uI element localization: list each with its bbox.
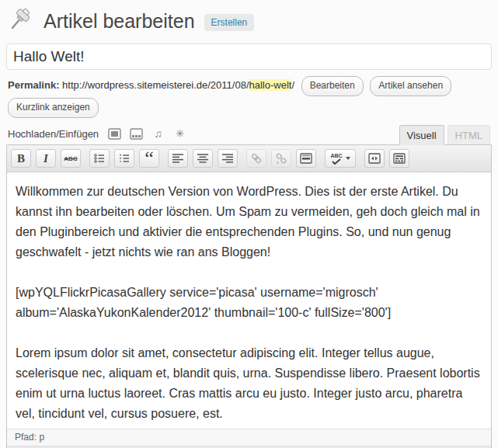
editor-content[interactable]: Willkommen zur deutschen Version von Wor… [7, 172, 491, 429]
element-path-bar: Pfad: p [7, 429, 491, 446]
media-tabs-row: Hochladen/Einfügen ♫ [6, 125, 492, 144]
bold-button[interactable]: B [11, 149, 31, 168]
post-title-input[interactable] [6, 43, 492, 70]
add-image-icon[interactable] [108, 127, 121, 140]
numbered-list-button[interactable] [114, 149, 134, 168]
permalink-label: Permalink: [8, 79, 59, 91]
permalink-block: Permalink: http://wordpress.sitemeistere… [8, 76, 492, 118]
more-tag-button[interactable] [296, 149, 316, 168]
list-group: “ [89, 149, 159, 168]
align-right-button[interactable] [218, 149, 238, 168]
path-value: p [39, 432, 44, 443]
page-header: Artikel bearbeiten Erstellen [8, 6, 492, 36]
edit-post-page: Artikel bearbeiten Erstellen Permalink: … [0, 0, 498, 448]
fullscreen-button[interactable] [364, 149, 385, 168]
tab-html[interactable]: HTML [448, 125, 490, 144]
add-new-button[interactable]: Erstellen [204, 14, 255, 31]
permalink-line: Permalink: http://wordpress.sitemeistere… [8, 76, 492, 96]
add-media-icon[interactable]: ✳ [173, 127, 186, 140]
upload-insert-bar: Hochladen/Einfügen ♫ [6, 127, 186, 144]
pushpin-icon [8, 6, 34, 36]
visual-editor: B I ABC [6, 144, 492, 448]
get-shortlink-button[interactable]: Kurzlink anzeigen [8, 98, 99, 118]
page-title: Artikel bearbeiten [44, 10, 195, 33]
permalink-url-suffix: / [291, 79, 294, 91]
unlink-icon[interactable] [271, 149, 291, 168]
editor-toolbar: B I ABC [7, 145, 491, 172]
paragraph-shortcode: [wpYQLFlickrPicasaGallery service='picas… [16, 283, 482, 323]
bulleted-list-button[interactable] [89, 149, 110, 168]
media-buttons: ♫ ✳ [108, 127, 186, 140]
permalink-slug: hallo-welt [249, 79, 292, 91]
paragraph-lorem: Lorem ipsum dolor sit amet, consectetur … [16, 343, 482, 424]
edit-permalink-button[interactable]: Bearbeiten [301, 76, 364, 96]
align-left-button[interactable] [168, 149, 188, 168]
align-center-button[interactable] [193, 149, 213, 168]
path-label: Pfad: [15, 432, 37, 443]
link-group [246, 149, 316, 168]
blockquote-button[interactable]: “ [139, 149, 159, 168]
format-group: B I ABC [11, 149, 81, 168]
spellcheck-button[interactable]: ABC [325, 149, 356, 168]
editor-tabs: Visuell HTML [399, 125, 490, 144]
view-post-button[interactable]: Artikel ansehen [370, 76, 451, 96]
strikethrough-button[interactable]: ABC [61, 149, 81, 168]
spell-group: ABC [325, 149, 356, 168]
align-group [168, 149, 238, 168]
chevron-down-icon [346, 157, 350, 160]
link-icon[interactable] [246, 149, 266, 168]
shortlink-line: Kurzlink anzeigen [8, 98, 492, 118]
spellcheck-icon: ABC [330, 153, 342, 165]
italic-button[interactable]: I [36, 149, 56, 168]
tab-visual[interactable]: Visuell [399, 125, 444, 145]
kitchen-sink-button[interactable] [389, 149, 409, 168]
permalink-url-prefix: http://wordpress.sitemeisterei.de/2011/0… [62, 79, 249, 91]
add-audio-icon[interactable]: ♫ [151, 127, 165, 140]
add-video-icon[interactable] [130, 127, 143, 140]
paragraph-welcome: Willkommen zur deutschen Version von Wor… [16, 182, 482, 262]
upload-insert-label: Hochladen/Einfügen [8, 128, 99, 140]
view-group [364, 149, 409, 168]
